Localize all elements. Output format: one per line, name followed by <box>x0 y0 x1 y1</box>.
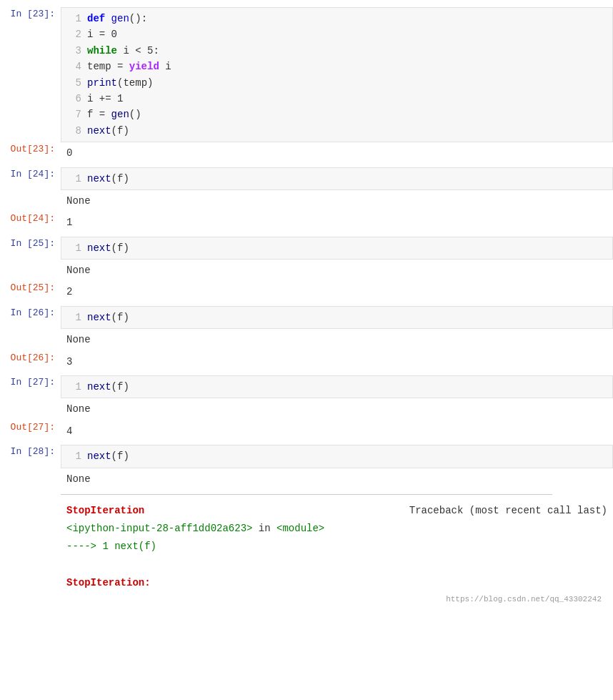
code-line-0-4: 5 print(temp) <box>67 75 607 91</box>
line-code-0-5: i += 1 <box>87 91 123 107</box>
notebook: In [23]:1def gen():2 i = 03 while i < 5:… <box>0 0 613 613</box>
line-num-0-2: 3 <box>67 43 81 59</box>
code-line-0-0: 1def gen(): <box>67 11 607 26</box>
line-code-0-4: print(temp) <box>87 75 153 91</box>
code-line-3-0: 1next(f) <box>67 310 607 325</box>
line-code-0-7: next(f) <box>87 123 129 139</box>
out-label-4: Out[27]: <box>0 420 61 433</box>
in-label-0: In [23]: <box>0 7 61 19</box>
line-code-1-0: next(f) <box>87 171 129 187</box>
in-label-5: In [28]: <box>0 445 61 457</box>
out-row-1: Out[24]:1 <box>0 212 613 233</box>
code-line-0-5: 6 i += 1 <box>67 91 607 107</box>
traceback-line1: StopIterationTraceback (most recent call… <box>66 502 607 520</box>
line-num-3-0: 1 <box>67 310 81 325</box>
code-line-0-3: 4 temp = yield i <box>67 59 607 74</box>
stdout-row-1: None <box>0 190 613 212</box>
stdout-block-3: None <box>61 329 613 350</box>
stdout-row-4: None <box>0 398 613 420</box>
line-code-0-1: i = 0 <box>87 26 117 42</box>
code-line-4-0: 1next(f) <box>67 379 607 395</box>
line-num-4-0: 1 <box>67 379 81 395</box>
in-label-3: In [26]: <box>0 306 61 318</box>
cell-5: In [28]:1next(f)NoneStopIterationTraceba… <box>0 445 613 603</box>
out-row-3: Out[26]:3 <box>0 351 613 373</box>
code-block-4[interactable]: 1next(f) <box>61 375 613 398</box>
cell-3: In [26]:1next(f)NoneOut[26]:3 <box>0 306 613 373</box>
code-block-3[interactable]: 1next(f) <box>61 306 613 329</box>
code-row-1: In [24]:1next(f) <box>0 167 613 190</box>
stdout-block-4: None <box>61 398 613 420</box>
in-label-2: In [25]: <box>0 237 61 249</box>
url-row-5: https://blog.csdn.net/qq_43302242 <box>0 595 613 603</box>
out-value-4: 4 <box>61 420 613 442</box>
out-value-2: 2 <box>61 281 613 302</box>
traceback-separator-5 <box>61 494 552 495</box>
line-code-0-2: while i < 5: <box>87 43 159 59</box>
traceback-line3: ----> 1 next(f) <box>66 538 607 556</box>
line-num-1-0: 1 <box>67 171 81 187</box>
traceback-row-5: StopIterationTraceback (most recent call… <box>0 499 613 595</box>
traceback-line4: StopIteration: <box>66 574 607 592</box>
code-line-2-0: 1next(f) <box>67 240 607 256</box>
code-line-0-7: 8next(f) <box>67 123 607 139</box>
line-num-0-5: 6 <box>67 91 81 107</box>
line-code-0-0: def gen(): <box>87 11 147 26</box>
out-value-0: 0 <box>61 142 613 164</box>
code-row-3: In [26]:1next(f) <box>0 306 613 329</box>
code-line-0-1: 2 i = 0 <box>67 26 607 42</box>
out-label-1: Out[24]: <box>0 212 61 224</box>
stdout-row-3: None <box>0 329 613 350</box>
line-code-0-6: f = gen() <box>87 107 141 122</box>
traceback-line2: <ipython-input-28-aff1dd02a623> in <modu… <box>66 520 607 538</box>
code-line-5-0: 1next(f) <box>67 448 607 464</box>
code-block-0[interactable]: 1def gen():2 i = 03 while i < 5:4 temp =… <box>61 7 613 142</box>
cell-0: In [23]:1def gen():2 i = 03 while i < 5:… <box>0 7 613 164</box>
out-value-1: 1 <box>61 212 613 233</box>
cell-2: In [25]:1next(f)NoneOut[25]:2 <box>0 237 613 303</box>
code-line-0-6: 7f = gen() <box>67 107 607 122</box>
line-num-0-1: 2 <box>67 26 81 42</box>
out-label-2: Out[25]: <box>0 281 61 293</box>
code-line-1-0: 1next(f) <box>67 171 607 187</box>
stdout-block-2: None <box>61 260 613 281</box>
line-code-0-3: temp = yield i <box>87 59 171 74</box>
line-num-0-0: 1 <box>67 11 81 26</box>
url-label: https://blog.csdn.net/qq_43302242 <box>446 595 602 603</box>
code-line-0-2: 3 while i < 5: <box>67 43 607 59</box>
cell-1: In [24]:1next(f)NoneOut[24]:1 <box>0 167 613 234</box>
code-block-1[interactable]: 1next(f) <box>61 167 613 190</box>
stdout-block-1: None <box>61 190 613 212</box>
stdout-row-5: None <box>0 468 613 490</box>
traceback-block-5: StopIterationTraceback (most recent call… <box>61 499 613 595</box>
line-num-0-7: 8 <box>67 123 81 139</box>
line-num-0-4: 5 <box>67 75 81 91</box>
line-code-4-0: next(f) <box>87 379 129 395</box>
line-code-3-0: next(f) <box>87 310 129 325</box>
in-label-4: In [27]: <box>0 375 61 388</box>
line-num-0-6: 7 <box>67 107 81 122</box>
code-row-5: In [28]:1next(f) <box>0 445 613 468</box>
line-num-2-0: 1 <box>67 240 81 256</box>
out-value-3: 3 <box>61 351 613 373</box>
code-row-2: In [25]:1next(f) <box>0 237 613 260</box>
code-block-5[interactable]: 1next(f) <box>61 445 613 468</box>
cell-4: In [27]:1next(f)NoneOut[27]:4 <box>0 375 613 442</box>
in-label-1: In [24]: <box>0 167 61 179</box>
out-label-3: Out[26]: <box>0 351 61 363</box>
out-label-0: Out[23]: <box>0 142 61 154</box>
stdout-block-5: None <box>61 468 613 490</box>
out-row-2: Out[25]:2 <box>0 281 613 302</box>
line-num-5-0: 1 <box>67 448 81 464</box>
code-block-2[interactable]: 1next(f) <box>61 237 613 260</box>
code-row-4: In [27]:1next(f) <box>0 375 613 398</box>
out-row-0: Out[23]:0 <box>0 142 613 164</box>
line-code-5-0: next(f) <box>87 448 129 464</box>
code-row-0: In [23]:1def gen():2 i = 03 while i < 5:… <box>0 7 613 142</box>
line-code-2-0: next(f) <box>87 240 129 256</box>
stdout-row-2: None <box>0 260 613 281</box>
line-num-0-3: 4 <box>67 59 81 74</box>
out-row-4: Out[27]:4 <box>0 420 613 442</box>
